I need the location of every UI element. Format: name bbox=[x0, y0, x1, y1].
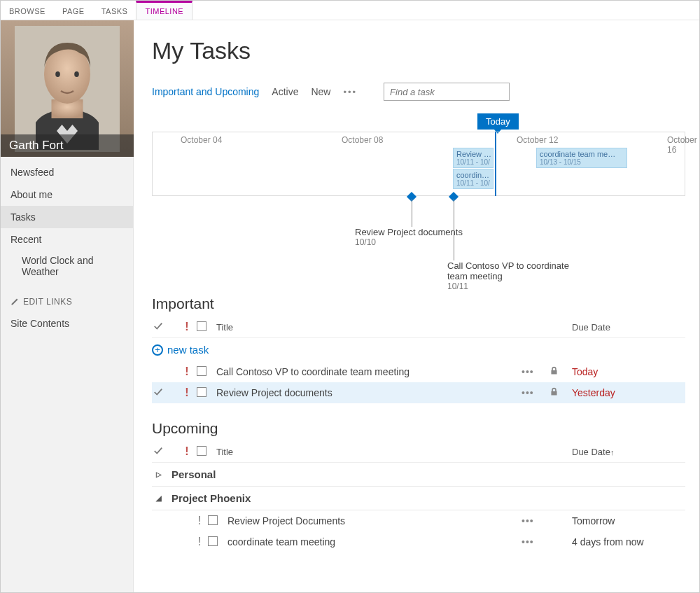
timeline-bar-label: coordinate team me… bbox=[540, 150, 615, 158]
task-checkbox[interactable] bbox=[197, 366, 216, 378]
col-complete-icon[interactable] bbox=[153, 446, 177, 458]
col-priority-icon[interactable]: ! bbox=[177, 321, 197, 333]
view-important-upcoming[interactable]: Important and Upcoming bbox=[152, 86, 259, 97]
milestone-callout-review: Review Project documents 10/10 bbox=[355, 227, 495, 247]
sidebar-nav: Newsfeed About me Tasks Recent World Clo… bbox=[1, 157, 133, 335]
timeline-bar-label: coordin… bbox=[456, 171, 489, 179]
timeline-bar-coordinate2[interactable]: coordinate team me… 10/13 - 10/15 bbox=[536, 148, 627, 168]
task-due: Yesterday bbox=[572, 387, 684, 398]
expand-icon: ▷ bbox=[156, 470, 166, 478]
task-due: Today bbox=[572, 366, 684, 377]
task-title[interactable]: Call Contoso VP to coordinate team meeti… bbox=[216, 366, 522, 377]
lock-icon bbox=[550, 387, 572, 398]
today-marker: Today bbox=[477, 113, 519, 130]
search-input[interactable] bbox=[384, 83, 510, 101]
group-project-phoenix[interactable]: ◢ Project Phoenix bbox=[152, 487, 685, 510]
callout-line bbox=[454, 199, 454, 260]
sidebar-item-tasks[interactable]: Tasks bbox=[1, 206, 133, 228]
lock-icon bbox=[550, 366, 572, 377]
upcoming-header-row: ! Title Due Date↑ bbox=[152, 441, 685, 463]
col-select[interactable] bbox=[197, 321, 216, 333]
svg-point-3 bbox=[74, 71, 79, 77]
callout-date: 10/11 bbox=[447, 281, 587, 291]
sort-asc-icon: ↑ bbox=[610, 448, 615, 456]
ribbon-tab-browse[interactable]: BROWSE bbox=[1, 1, 54, 20]
avatar-name: Garth Fort bbox=[1, 134, 134, 157]
task-menu[interactable]: ••• bbox=[522, 387, 550, 398]
pencil-icon bbox=[10, 298, 19, 306]
sidebar: Garth Fort Newsfeed About me Tasks Recen… bbox=[1, 20, 134, 592]
col-title[interactable]: Title bbox=[216, 322, 522, 333]
timeline-tick: October 04 bbox=[181, 135, 222, 145]
col-priority-icon[interactable]: ! bbox=[177, 445, 197, 458]
col-title[interactable]: Title bbox=[216, 447, 522, 457]
group-label: Project Phoenix bbox=[172, 492, 251, 504]
sidebar-item-aboutme[interactable]: About me bbox=[1, 183, 133, 206]
task-menu[interactable]: ••• bbox=[522, 515, 550, 526]
task-menu[interactable]: ••• bbox=[522, 366, 550, 377]
group-tasks: ! Review Project Documents ••• Tomorrow … bbox=[152, 510, 685, 552]
task-title[interactable]: Review Project documents bbox=[216, 387, 522, 398]
view-more-menu[interactable]: ••• bbox=[343, 87, 357, 97]
timeline: Today October 04 October 08 October 12 O… bbox=[152, 113, 685, 274]
priority-icon: ! bbox=[191, 515, 208, 527]
ribbon-tab-page[interactable]: PAGE bbox=[54, 1, 93, 20]
timeline-bar-review[interactable]: Review … 10/11 - 10/ bbox=[453, 148, 493, 168]
edit-links-label: EDIT LINKS bbox=[23, 297, 72, 307]
col-complete-icon[interactable] bbox=[153, 321, 177, 333]
timeline-frame: October 04 October 08 October 12 October… bbox=[152, 132, 685, 196]
sidebar-edit-links[interactable]: EDIT LINKS bbox=[1, 291, 133, 312]
group-personal[interactable]: ▷ Personal bbox=[152, 463, 685, 487]
page-title: My Tasks bbox=[152, 37, 685, 64]
sidebar-site-contents[interactable]: Site Contents bbox=[1, 312, 133, 335]
timeline-bar-dates: 10/11 - 10/ bbox=[456, 179, 490, 187]
task-title[interactable]: Review Project Documents bbox=[227, 515, 522, 526]
task-due: Tomorrow bbox=[572, 515, 684, 526]
complete-toggle[interactable] bbox=[153, 387, 177, 399]
important-header-row: ! Title Due Date bbox=[152, 316, 685, 338]
new-task-button[interactable]: + new task bbox=[152, 338, 685, 361]
view-new[interactable]: New bbox=[311, 86, 330, 97]
task-row[interactable]: ! coordinate team meeting ••• 4 days fro… bbox=[152, 531, 685, 552]
task-row[interactable]: ! Review Project documents ••• Yesterday bbox=[152, 382, 685, 403]
ribbon-tab-tasks[interactable]: TASKS bbox=[93, 1, 136, 20]
timeline-tick: October 08 bbox=[342, 135, 383, 145]
task-checkbox[interactable] bbox=[197, 387, 216, 399]
task-row[interactable]: ! Review Project Documents ••• Tomorrow bbox=[152, 510, 685, 531]
task-checkbox[interactable] bbox=[208, 515, 227, 527]
col-due-sorted[interactable]: Due Date↑ bbox=[572, 447, 684, 457]
priority-icon: ! bbox=[191, 536, 208, 548]
task-row[interactable]: ! Call Contoso VP to coordinate team mee… bbox=[152, 361, 685, 382]
sidebar-item-newsfeed[interactable]: Newsfeed bbox=[1, 161, 133, 183]
milestone-callout-call: Call Contoso VP to coordinate team meeti… bbox=[447, 260, 587, 291]
new-task-label: new task bbox=[167, 344, 209, 356]
sidebar-item-recent[interactable]: Recent bbox=[1, 228, 133, 251]
group-label: Personal bbox=[172, 468, 216, 480]
ribbon-tabs: BROWSE PAGE TASKS TIMELINE bbox=[1, 1, 699, 20]
plus-circle-icon: + bbox=[152, 344, 163, 356]
col-due[interactable]: Due Date bbox=[572, 322, 684, 333]
task-menu[interactable]: ••• bbox=[522, 536, 550, 547]
layout: Garth Fort Newsfeed About me Tasks Recen… bbox=[1, 20, 699, 592]
svg-point-2 bbox=[55, 71, 60, 77]
task-checkbox[interactable] bbox=[208, 536, 227, 548]
person-icon bbox=[11, 26, 123, 152]
task-title[interactable]: coordinate team meeting bbox=[227, 536, 522, 547]
task-due: 4 days from now bbox=[572, 536, 684, 547]
sidebar-sub-worldclock[interactable]: World Clock and Weather bbox=[1, 251, 133, 281]
col-select[interactable] bbox=[197, 446, 216, 458]
callout-label: Call Contoso VP to coordinate team meeti… bbox=[447, 260, 587, 281]
timeline-bar-label: Review … bbox=[456, 150, 491, 158]
timeline-bar-dates: 10/13 - 10/15 bbox=[540, 158, 624, 166]
section-heading-upcoming: Upcoming bbox=[152, 420, 685, 437]
timeline-bar-coordinate1[interactable]: coordin… 10/11 - 10/ bbox=[453, 169, 493, 189]
avatar-block: Garth Fort bbox=[1, 20, 134, 157]
priority-icon: ! bbox=[177, 365, 197, 378]
callout-line bbox=[412, 199, 412, 227]
view-toolbar: Important and Upcoming Active New ••• bbox=[152, 83, 685, 101]
callout-label: Review Project documents bbox=[355, 227, 495, 237]
view-active[interactable]: Active bbox=[272, 86, 298, 97]
callout-date: 10/10 bbox=[355, 237, 495, 247]
main-content: My Tasks Important and Upcoming Active N… bbox=[134, 20, 699, 592]
ribbon-tab-timeline[interactable]: TIMELINE bbox=[136, 1, 192, 20]
